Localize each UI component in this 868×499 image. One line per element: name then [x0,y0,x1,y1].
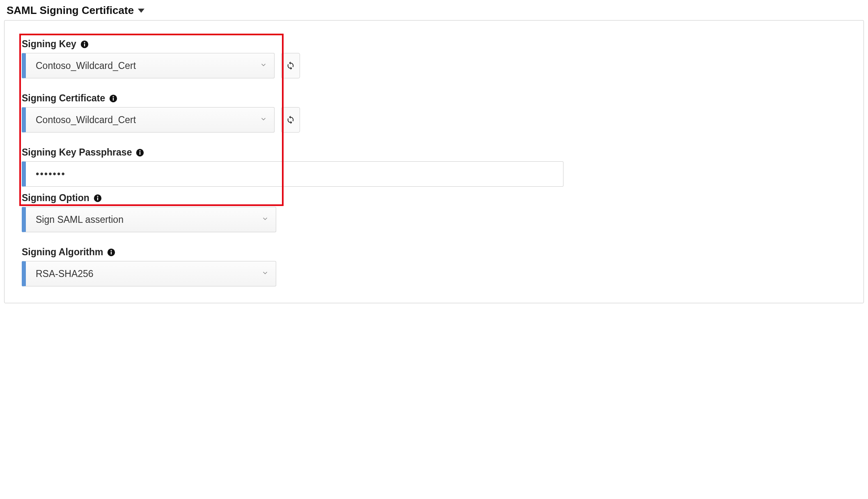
svg-point-8 [140,150,141,151]
label-signing-algorithm-text: Signing Algorithm [22,247,103,258]
select-signing-algorithm[interactable]: RSA-SHA256 [22,261,276,286]
select-signing-key-value: Contoso_Wildcard_Cert [36,60,136,71]
chevron-down-icon [260,115,267,124]
chevron-down-icon [261,215,269,224]
refresh-signing-key-button[interactable] [281,53,300,78]
refresh-icon [286,61,295,70]
svg-rect-4 [113,98,114,101]
svg-point-11 [97,195,98,197]
svg-rect-1 [84,43,85,46]
section-title: SAML Signing Certificate [7,4,134,17]
svg-point-14 [111,250,112,251]
form-group-signing-algorithm: Signing Algorithm RSA-SHA256 [22,247,846,286]
caret-down-icon [138,9,144,13]
label-signing-key: Signing Key [22,39,846,50]
select-signing-certificate-value: Contoso_Wildcard_Cert [36,114,136,126]
info-icon[interactable] [94,194,102,202]
chevron-down-icon [260,61,267,70]
label-signing-option-text: Signing Option [22,192,89,204]
form-group-signing-key: Signing Key Contoso_Wildcard_Cert [22,39,846,78]
info-icon[interactable] [109,94,117,103]
label-signing-key-text: Signing Key [22,39,76,50]
label-signing-certificate: Signing Certificate [22,93,846,104]
svg-rect-7 [140,152,140,155]
refresh-signing-certificate-button[interactable] [281,107,300,133]
select-signing-option-value: Sign SAML assertion [36,214,124,225]
svg-point-2 [84,41,85,43]
svg-point-5 [113,96,114,97]
info-icon[interactable] [136,149,144,157]
select-signing-key[interactable]: Contoso_Wildcard_Cert [22,53,275,78]
select-signing-algorithm-value: RSA-SHA256 [36,268,94,279]
panel-saml-signing-certificate: Signing Key Contoso_Wildcard_Cert [4,20,864,303]
label-signing-key-passphrase-text: Signing Key Passphrase [22,147,132,158]
form-group-signing-option: Signing Option Sign SAML assertion [22,192,846,232]
form-group-signing-key-passphrase: Signing Key Passphrase [22,147,846,187]
label-signing-key-passphrase: Signing Key Passphrase [22,147,846,158]
form-group-signing-certificate: Signing Certificate Contoso_Wildcard_Cer… [22,93,846,133]
svg-rect-10 [97,197,98,200]
refresh-icon [286,115,295,124]
select-signing-certificate[interactable]: Contoso_Wildcard_Cert [22,107,275,133]
section-header[interactable]: SAML Signing Certificate [4,4,864,17]
info-icon[interactable] [107,248,115,256]
chevron-down-icon [261,269,269,278]
svg-rect-13 [111,252,112,254]
info-icon[interactable] [80,40,89,48]
input-signing-key-passphrase[interactable] [22,161,563,187]
label-signing-certificate-text: Signing Certificate [22,93,105,104]
label-signing-algorithm: Signing Algorithm [22,247,846,258]
label-signing-option: Signing Option [22,192,846,204]
select-signing-option[interactable]: Sign SAML assertion [22,207,276,232]
